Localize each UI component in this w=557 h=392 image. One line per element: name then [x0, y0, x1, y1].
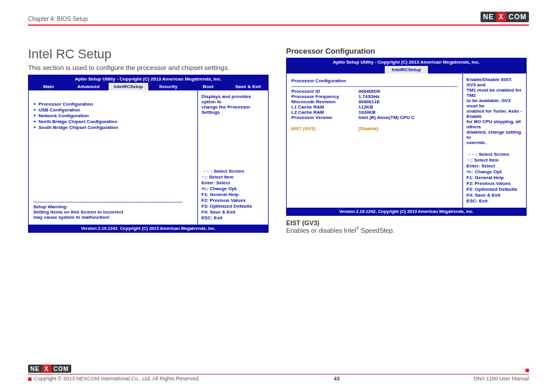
logo-seg-x: X	[496, 12, 506, 22]
bios-help-text: Displays and provides option to change t…	[201, 94, 264, 115]
decorative-box-icon	[525, 369, 529, 372]
group-divider: ----------------------------------------…	[291, 83, 458, 89]
bios-tab-intelrcsetup[interactable]: IntelRCSetup	[109, 83, 148, 90]
warn-divider: ----------------------------------------…	[33, 199, 193, 204]
logo-seg-ne: NE	[481, 12, 496, 22]
key-help-row: F4: Save & Exit	[201, 209, 264, 215]
bios-info-pane: Processor Configuration ----------------…	[287, 74, 463, 208]
key-help-row: Enter: Select	[201, 180, 264, 186]
bios-title-right: Aptio Setup Utility - Copyright (C) 2013…	[287, 58, 526, 66]
logo-seg-com: COM	[506, 12, 529, 22]
menu-item-north-bridge[interactable]: North Bridge Chipset Configuration	[33, 119, 193, 124]
help-line: override.	[467, 140, 523, 145]
bios-body-right: Processor Configuration ----------------…	[287, 74, 526, 208]
bios-body-left: Processor Configuration USB Configuratio…	[29, 90, 268, 225]
copyright-text: Copyright © 2013 NEXCOM International Co…	[34, 376, 200, 382]
key-help-row: F4: Save & Exit	[467, 192, 523, 198]
help-line-2: change the Processor Settings	[201, 104, 264, 115]
left-column: Intel RC Setup This section is used to c…	[28, 47, 269, 234]
chapter-label: Chapter 4: BIOS Setup	[28, 16, 88, 22]
bios-key-help-right: →←: Select Screen ↑↓: Select Item Enter:…	[467, 152, 523, 204]
processor-config-heading: Processor Configuration	[286, 47, 527, 55]
option-desc-eist: Enables or disables Intel® SpeedStep.	[286, 226, 527, 234]
bios-help-pane-left: Displays and provides option to change t…	[198, 90, 268, 225]
menu-item-south-bridge[interactable]: South Bridge Chipset Configuration	[33, 125, 193, 130]
bios-tabs-left: Main Advanced IntelRCSetup Security Boot…	[29, 83, 268, 90]
footer-bottom-row: Copyright © 2013 NEXCOM International Co…	[28, 374, 529, 382]
info-val: 112KB	[358, 104, 373, 110]
key-help-row: Enter: Select	[467, 163, 523, 169]
right-column: Processor Configuration Aptio Setup Util…	[286, 47, 527, 234]
info-row-version: Processor VersionIntel (R) Atom(TM) CPU …	[291, 115, 458, 120]
bios-tab-boot[interactable]: Boot	[188, 83, 228, 90]
bios-footer-left: Version 2.16.1242. Copyright (C) 2013 Am…	[29, 225, 268, 232]
key-help-row: ↑↓: Select Item	[201, 174, 264, 180]
key-help-row: ESC: Exit	[201, 215, 264, 221]
key-help-row: F1: General Help	[201, 192, 264, 198]
warn-heading: Setup Warning:	[33, 204, 193, 209]
key-help-row: →←: Select Screen	[201, 169, 264, 174]
help-line: for BO CPU stepping, all others	[467, 119, 523, 130]
header-divider	[28, 24, 529, 26]
footer-logo-com: COM	[51, 365, 71, 373]
bios-tab-save-exit[interactable]: Save & Exit	[228, 83, 268, 90]
option-label-eist: EIST (GV3)	[286, 219, 527, 226]
desc-part-b: SpeedStep.	[359, 227, 395, 234]
option-val: [Disable]	[358, 126, 378, 131]
warn-line-2: may cause system to malfunction!	[33, 215, 193, 220]
content-columns: Intel RC Setup This section is used to c…	[28, 47, 529, 234]
key-help-row: F3: Optimized Defaults	[467, 187, 523, 192]
group-header: Processor Configuration	[291, 78, 458, 83]
desc-part-a: Enables or disables Intel	[286, 227, 356, 234]
info-key: L1 Cache RAM	[291, 104, 358, 110]
option-key: EIST (GV3)	[291, 126, 358, 131]
bios-help-text-right: Enable/Disable EIST. GV3 and TM1 must be…	[467, 77, 523, 145]
info-val: 000406D8	[358, 89, 380, 94]
bios-footer-right: Version 2.16.1242. Copyright (C) 2013 Am…	[287, 208, 526, 215]
info-val: 0000011E	[358, 99, 380, 104]
help-line: enabled for Turbo. Auto - Enable	[467, 108, 523, 119]
menu-item-usb-config[interactable]: USB Configuration	[33, 107, 193, 113]
info-key: Processor Frequency	[291, 94, 358, 99]
key-help-row: →←: Select Screen	[467, 152, 523, 158]
info-row-l2cache: L2 Cache RAM1024KB	[291, 110, 458, 115]
info-val: 1024KB	[358, 110, 375, 115]
key-help-row: +/-: Change Opt.	[201, 186, 264, 192]
nexcom-logo: NE X COM	[481, 12, 529, 22]
intro-text: This section is used to configure the pr…	[28, 64, 269, 71]
menu-item-processor-config[interactable]: Processor Configuration	[33, 102, 193, 107]
decorative-box-icon	[28, 377, 32, 381]
info-key: Processor ID	[291, 89, 358, 94]
key-help-row: F3: Optimized Defaults	[201, 204, 264, 209]
key-help-row: +/-: Change Opt.	[467, 169, 523, 175]
key-help-row: ESC: Exit	[467, 198, 523, 204]
bios-tab-main[interactable]: Main	[29, 83, 68, 90]
key-help-row: ↑↓: Select Item	[467, 158, 523, 163]
info-row-frequency: Processor Frequency1.743GHz	[291, 94, 458, 99]
info-row-l1cache: L1 Cache RAM112KB	[291, 104, 458, 110]
bios-tab-security[interactable]: Security	[148, 83, 188, 90]
info-val: 1.743GHz	[358, 94, 380, 99]
option-row-eist[interactable]: EIST (GV3) [Disable]	[291, 126, 458, 131]
info-row-processor-id: Processor ID000406D8	[291, 89, 458, 94]
help-line: to be available. GV3 must be	[467, 98, 523, 108]
bios-key-help-left: →←: Select Screen ↑↓: Select Item Enter:…	[201, 169, 264, 221]
bios-tab-advanced[interactable]: Advanced	[68, 83, 108, 90]
bios-title-left: Aptio Setup Utility - Copyright (C) 2013…	[29, 75, 268, 83]
key-help-row: F2: Previous Values	[467, 181, 523, 187]
footer-logo: NE X COM	[28, 365, 71, 373]
info-key: Microcode Revision	[291, 99, 358, 104]
bios-tab-intelrcsetup-right[interactable]: IntelRCSetup	[385, 66, 428, 74]
warn-line-1: Setting items on this Screen to incorrec…	[33, 209, 193, 215]
info-key: Processor Version	[291, 115, 358, 120]
footer-logo-ne: NE	[28, 365, 42, 373]
footer-top-row: NE X COM	[28, 365, 529, 373]
help-line: TM1 must be enabled for TM2	[467, 88, 523, 98]
bios-panel-right: Aptio Setup Utility - Copyright (C) 2013…	[286, 58, 527, 216]
info-key: L2 Cache RAM	[291, 110, 358, 115]
bios-panel-left: Aptio Setup Utility - Copyright (C) 2013…	[28, 75, 269, 233]
info-val: Intel (R) Atom(TM) CPU C	[358, 115, 415, 120]
page-title: Intel RC Setup	[28, 47, 269, 62]
menu-item-network-config[interactable]: Network Configuration	[33, 113, 193, 118]
bios-warning-block: ----------------------------------------…	[33, 199, 193, 220]
